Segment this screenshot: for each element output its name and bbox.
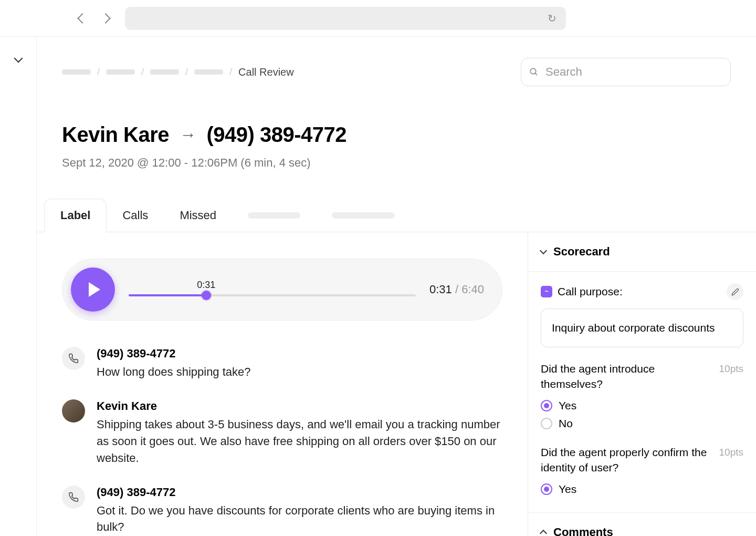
tab-placeholder[interactable]: [248, 212, 300, 219]
timeline-progress: [129, 294, 206, 296]
breadcrumb-item[interactable]: [194, 69, 223, 75]
back-button[interactable]: [77, 13, 88, 24]
scorecard-title: Scorecard: [553, 245, 610, 259]
comments-title: Comments: [553, 525, 613, 536]
svg-point-0: [530, 68, 536, 74]
scorecard-toggle[interactable]: Scorecard: [528, 232, 756, 272]
message-speaker: (949) 389-4772: [97, 486, 502, 499]
radio-label: Yes: [559, 399, 576, 412]
tabs: Label Calls Missed: [37, 199, 756, 232]
score-points: 10pts: [719, 363, 743, 375]
browser-chrome: ↻: [0, 0, 756, 37]
search-input[interactable]: [521, 58, 731, 86]
breadcrumb-item[interactable]: [150, 69, 179, 75]
phone-icon: [68, 353, 79, 364]
radio-label: Yes: [559, 483, 576, 496]
svg-line-1: [535, 73, 537, 75]
chevron-down-icon: [540, 247, 547, 254]
transcript-message: (949) 389-4772 Got it. Do we you have di…: [62, 486, 502, 536]
time-current: 0:31: [429, 283, 452, 296]
chevron-up-icon: [540, 529, 547, 536]
timeline-knob[interactable]: [202, 291, 211, 300]
score-question: Did the agent introduce themselves?: [541, 361, 711, 392]
radio-option-yes[interactable]: Yes: [541, 483, 743, 496]
transcript-message: Kevin Kare Shipping takes about 3-5 busi…: [62, 399, 502, 467]
breadcrumb-current: Call Review: [238, 66, 294, 78]
sidebar: [0, 37, 37, 536]
score-points: 10pts: [719, 447, 743, 458]
call-timestamp: Sept 12, 2020 @ 12:00 - 12:06PM (6 min, …: [62, 156, 731, 170]
avatar: [62, 347, 85, 370]
pencil-icon: [731, 288, 739, 296]
message-speaker: (949) 389-4772: [97, 347, 502, 360]
time-display: 0:31 / 6:40: [429, 283, 484, 296]
radio-icon: [541, 483, 552, 495]
url-bar[interactable]: ↻: [125, 7, 566, 30]
arrow-right-icon: →: [180, 125, 196, 145]
radio-option-yes[interactable]: Yes: [541, 399, 743, 412]
call-purpose-value[interactable]: Inquiry about corporate discounts: [541, 308, 743, 347]
call-purpose-label: Call purpose:: [558, 285, 721, 298]
callee-number: (949) 389-4772: [206, 123, 346, 147]
tab-calls[interactable]: Calls: [107, 199, 164, 232]
forward-button[interactable]: [100, 13, 111, 24]
reload-icon[interactable]: ↻: [548, 12, 556, 25]
radio-label: No: [559, 417, 573, 430]
score-question: Did the agent properly confirm the ident…: [541, 445, 711, 476]
avatar: [62, 399, 85, 422]
message-text: Shipping takes about 3-5 business days, …: [97, 416, 502, 467]
breadcrumb-item[interactable]: [62, 69, 91, 75]
breadcrumb: / / / / Call Review: [62, 58, 731, 86]
timeline-tooltip: 0:31: [197, 280, 215, 291]
breadcrumb-separator: /: [229, 67, 232, 78]
radio-option-no[interactable]: No: [541, 417, 743, 430]
transcript-message: (949) 389-4772 How long does shipping ta…: [62, 347, 502, 380]
radio-icon: [541, 418, 552, 429]
comments-toggle[interactable]: Comments: [528, 513, 756, 536]
audio-player: 0:31 0:31 / 6:40: [62, 259, 502, 321]
timeline[interactable]: 0:31: [129, 283, 416, 296]
tab-missed[interactable]: Missed: [164, 199, 232, 232]
phone-icon: [68, 492, 79, 502]
tab-label[interactable]: Label: [44, 199, 107, 232]
sidebar-toggle[interactable]: [14, 54, 23, 63]
caller-name: Kevin Kare: [62, 123, 169, 147]
message-speaker: Kevin Kare: [97, 399, 502, 413]
radio-icon: [541, 400, 552, 411]
search-icon: [529, 67, 539, 77]
nav-arrows: [79, 15, 109, 22]
breadcrumb-separator: /: [185, 67, 188, 78]
transcript: (949) 389-4772 How long does shipping ta…: [62, 347, 502, 535]
breadcrumb-separator: /: [97, 67, 100, 78]
tab-placeholder[interactable]: [332, 212, 395, 219]
purpose-icon: ~: [541, 286, 552, 297]
message-text: Got it. Do we you have discounts for cor…: [97, 502, 502, 536]
breadcrumb-item[interactable]: [106, 69, 135, 75]
page-title: Kevin Kare → (949) 389-4772: [62, 123, 731, 147]
time-total: 6:40: [461, 283, 484, 296]
play-icon: [89, 282, 100, 297]
breadcrumb-separator: /: [141, 67, 144, 78]
avatar: [62, 486, 85, 509]
message-text: How long does shipping take?: [97, 364, 502, 380]
play-button[interactable]: [71, 267, 115, 312]
edit-button[interactable]: [727, 283, 743, 300]
